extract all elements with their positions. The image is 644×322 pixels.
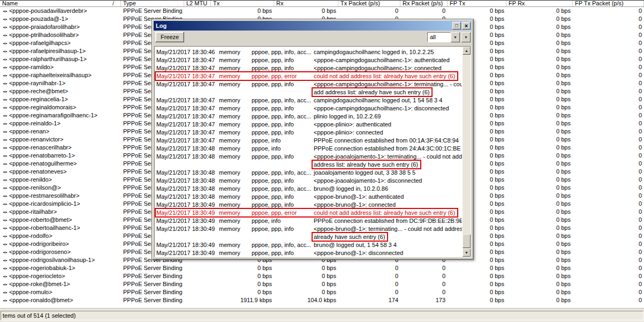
log-topics: pppoe, ppp, info, acc...: [252, 185, 314, 193]
log-scrollbar[interactable]: ▲ ▼: [462, 47, 471, 257]
cell-tx: 0 bps: [211, 264, 274, 272]
interface-name: <pppoe-renascerilhabr>: [9, 144, 72, 151]
log-row[interactable]: May/21/2017 18:30:47memorypppoe, ppp, in…: [156, 121, 462, 129]
column-header-fp-tx[interactable]: FP Tx: [448, 1, 506, 6]
interface-icon: ◄►: [2, 98, 7, 101]
log-row[interactable]: May/21/2017 18:30:47memorypppoe, ppp, in…: [156, 104, 462, 113]
close-button[interactable]: ×: [462, 22, 471, 29]
cell-name: ◄►<pppoe-robertoailhaenc-1>: [0, 224, 121, 232]
log-row[interactable]: May/21/2017 18:30:47memorypppoe, ppp, in…: [156, 129, 462, 137]
column-header-fp-tx-packet-p-s-[interactable]: FP Tx Packet (p/s): [573, 1, 644, 6]
log-row[interactable]: May/21/2017 18:30:47memorypppoe, infoPPP…: [156, 137, 462, 145]
cell-fp-tx-packet: 0: [573, 184, 644, 192]
table-row[interactable]: ◄►<pppoe-rogeriocleto>PPPoE Server Bindi…: [0, 272, 644, 280]
log-row[interactable]: May/21/2017 18:30:47memorypppoe, ppp, in…: [156, 80, 462, 88]
cell-tx: 0 bps: [211, 280, 274, 288]
cell-fp-tx-packet: 0: [573, 296, 644, 304]
column-header-l2-mtu[interactable]: L2 MTU: [184, 1, 211, 6]
log-message: <pppoe-campingdogauchoilhaenc-1>: termin…: [314, 80, 462, 88]
column-header-tx-packet-p-s-[interactable]: Tx Packet (p/s): [338, 1, 400, 6]
log-time: May/21/2017 18:30:47: [156, 113, 219, 121]
log-row[interactable]: May/21/2017 18:30:48memorypppoe, ppp, in…: [156, 185, 462, 193]
table-row[interactable]: ◄►<pppoe-rogeriobabiuk-1>PPPoE Server Bi…: [0, 264, 644, 272]
log-row[interactable]: May/21/2017 18:30:48memorypppoe, ppp, in…: [156, 169, 462, 177]
interface-name: <pppoe-raphaelteixeirailhasup>: [9, 72, 92, 78]
log-time: May/21/2017 18:30:47: [156, 129, 219, 137]
log-time: May/21/2017 18:30:46: [156, 48, 219, 56]
table-row[interactable]: ◄►<pppoe-ronaldo@bmet>PPPoE Server Bindi…: [0, 296, 644, 304]
log-entries: May/21/2017 18:30:46memorypppoe, ppp, in…: [155, 47, 462, 257]
log-time: May/21/2017 18:30:48: [156, 145, 219, 153]
log-time: [156, 161, 219, 169]
log-row[interactable]: May/21/2017 18:30:49memorypppoe, ppp, in…: [156, 225, 462, 233]
log-row[interactable]: May/21/2017 18:30:46memorypppoe, ppp, in…: [156, 48, 462, 56]
log-row[interactable]: May/21/2017 18:30:48memorypppoe, ppp, in…: [156, 177, 462, 185]
cell-fp-tx-packet: 0: [573, 71, 644, 79]
table-row[interactable]: ◄►<pppoe-romulo>PPPoE Server Binding0 bp…: [0, 288, 644, 296]
cell-name: ◄►<pppoe-pousadavillaverdebr>: [0, 7, 121, 15]
cell-name: ◄►<pppoe-rodolfo>: [0, 232, 121, 240]
cell-rx: 0 bps: [274, 7, 338, 15]
log-row[interactable]: May/21/2017 18:30:49memorypppoe, infoPPP…: [156, 217, 462, 225]
interface-name: <pppoe-praiadofarolilhabr>: [9, 24, 80, 30]
column-header-fp-rx[interactable]: FP Rx: [506, 1, 573, 6]
scroll-down-button[interactable]: ▼: [463, 249, 471, 257]
cell-name: ◄►<pppoe-renatobarreto-1>: [0, 152, 121, 160]
log-row[interactable]: May/21/2017 18:30:49memorypppoe, ppp, in…: [156, 241, 462, 249]
cell-name: ◄►<pppoe-roberto@bmet>: [0, 216, 121, 224]
cell-fp-rx: 0 bps: [506, 144, 573, 152]
column-header-name[interactable]: Name/: [0, 1, 121, 6]
log-time: May/21/2017 18:30:49: [156, 225, 219, 233]
log-row[interactable]: add address list: already have such entr…: [156, 88, 462, 96]
cell-fp-tx-packet: 0: [573, 264, 644, 272]
column-header-type[interactable]: Type: [121, 1, 184, 6]
interface-name: <pppoe-reche@bmet>: [9, 88, 68, 94]
cell-fp-tx-packet: 0: [573, 208, 644, 216]
column-header-tx[interactable]: Tx: [211, 1, 274, 6]
log-row[interactable]: May/21/2017 18:30:48memorypppoe, ppp, in…: [156, 153, 462, 161]
log-row[interactable]: May/21/2017 18:30:48memorypppoe, ppp, in…: [156, 193, 462, 201]
log-row[interactable]: May/21/2017 18:30:47memorypppoe, ppp, er…: [156, 72, 462, 80]
scroll-up-button[interactable]: ▲: [463, 47, 471, 55]
status-panel: tems out of 514 (1 selected): [1, 311, 643, 320]
log-row[interactable]: May/21/2017 18:30:47memorypppoe, ppp, in…: [156, 96, 462, 104]
log-buffer: [219, 233, 252, 241]
log-row[interactable]: May/21/2017 18:30:49memorypppoe, ppp, in…: [156, 249, 462, 257]
log-time: May/21/2017 18:30:49: [156, 249, 219, 257]
cell-type: PPPoE Server Binding: [121, 288, 184, 296]
log-titlebar[interactable]: Log □ ×: [154, 21, 472, 31]
log-row[interactable]: May/21/2017 18:30:49memorypppoe, ppp, er…: [156, 209, 462, 217]
scrollbar-thumb[interactable]: [463, 234, 471, 248]
filter-value[interactable]: all: [427, 32, 451, 42]
log-row[interactable]: May/21/2017 18:30:47memorypppoe, ppp, in…: [156, 56, 462, 64]
log-row[interactable]: already have such entry (6): [156, 233, 462, 241]
column-header-rx-packet-p-s-[interactable]: Rx Packet (p/s): [400, 1, 448, 6]
cell-fp-rx: 0 bps: [506, 152, 573, 160]
interface-name: <pppoe-renanvictor>: [9, 136, 64, 143]
log-message: could not add address list: already have…: [314, 209, 455, 217]
log-message: PPPoE connection established from 00:1A:…: [314, 137, 459, 145]
log-row[interactable]: May/21/2017 18:30:47memorypppoe, ppp, in…: [156, 64, 462, 72]
column-header-rx[interactable]: Rx: [274, 1, 338, 6]
log-row[interactable]: May/21/2017 18:30:49memorypppoe, ppp, in…: [156, 201, 462, 209]
freeze-button[interactable]: Freeze: [155, 32, 184, 42]
table-row[interactable]: ◄►<pppoe-pousadavillaverdebr>PPPoE Serve…: [0, 7, 644, 15]
filter-dropdown-icon[interactable]: ▼: [451, 32, 460, 42]
log-row[interactable]: May/21/2017 18:30:48memorypppoe, infoPPP…: [156, 145, 462, 153]
log-row[interactable]: address list: already have such entry (6…: [156, 161, 462, 169]
cell-fp-tx-packet: 0: [573, 128, 644, 136]
cell-fp-tx-packet: 0: [573, 55, 644, 63]
cell-name: ◄►<pppoe-reinaldo-1>: [0, 119, 121, 128]
log-topics: pppoe, ppp, info: [252, 225, 314, 233]
log-row[interactable]: May/21/2017 18:30:47memorypppoe, ppp, in…: [156, 113, 462, 121]
topics-dropdown-button[interactable]: ▼: [461, 32, 471, 42]
table-row[interactable]: ◄►<pppoe-roke@bmet-1>PPPoE Server Bindin…: [0, 280, 644, 288]
cell-name: ◄►<pppoe-ricardosimplicio-1>: [0, 200, 121, 208]
filter-combobox[interactable]: all ▼: [427, 32, 460, 42]
maximize-button[interactable]: □: [452, 22, 461, 29]
cell-name: ◄►<pppoe-renanvictor>: [0, 136, 121, 144]
column-header-label: Rx: [276, 1, 283, 6]
cell-type: PPPoE Server Binding: [121, 272, 184, 280]
log-row-content: May/21/2017 18:30:47memorypppoe, ppp, in…: [156, 129, 383, 137]
cell-fp-tx-packet: 0: [573, 272, 644, 280]
